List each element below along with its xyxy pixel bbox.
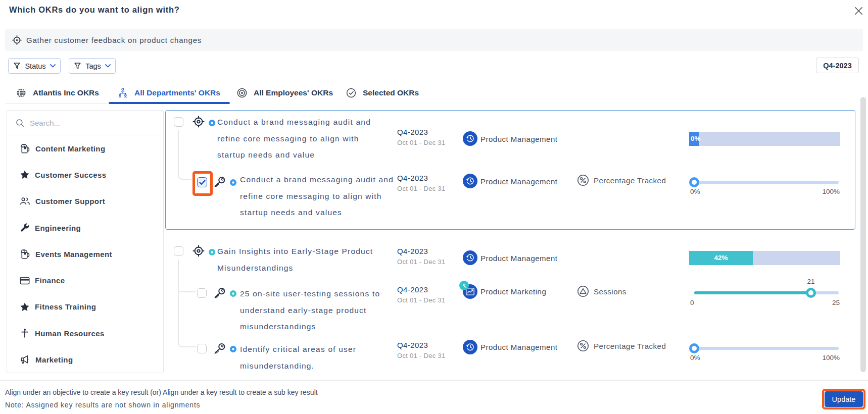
tab-all-departments-okrs[interactable]: All Departments' OKRs [118,86,220,100]
metric-type: Sessions [577,285,626,297]
sidebar-item-label: Marketing [35,355,73,364]
slider-max: 100% [819,354,840,361]
tab-atlantis-inc-okrs[interactable]: Atlantis Inc OKRs [16,86,99,100]
slider-value: 21 [803,278,818,285]
target-icon [12,35,22,45]
sidebar-item-label: Events Management [35,250,112,258]
kr-slider[interactable] [694,181,839,184]
progress-value: 42% [689,251,753,265]
scrollbar-thumb[interactable] [860,97,866,372]
wrench-icon [19,222,30,233]
slider-handle[interactable] [689,177,699,187]
slider-handle[interactable] [689,343,699,353]
status-dot [209,120,215,126]
sidebar-item-customer-support[interactable]: Customer Support [7,188,163,215]
progress-value: 0% [691,132,701,146]
okr-title[interactable]: Conduct a brand messaging audit and refi… [217,114,380,164]
objective-checkbox[interactable] [174,246,183,256]
okr-title[interactable]: Gain Insights into Early-Stage Product M… [217,243,384,276]
crosshair-icon [192,245,205,257]
quarter-filter-button[interactable]: Q4-2023 [816,58,859,73]
star-icon [19,169,30,180]
tab-label: All Departments' OKRs [134,88,220,97]
kr-slider[interactable] [694,291,839,294]
okr-title[interactable]: Identify critical areas of user misunder… [240,341,366,374]
key-result-checkbox[interactable] [197,344,207,353]
tab-all-employees-okrs[interactable]: All Employees' OKRs [237,86,333,100]
history-clock-icon [465,342,475,352]
sidebar-search[interactable]: Search... [7,111,163,135]
sidebar-item-label: Fitness Training [35,302,96,311]
sidebar-item-marketing[interactable]: Marketing [7,346,163,373]
slider-track[interactable] [694,181,839,184]
funnel-icon [74,62,81,70]
tree-connector [178,260,196,347]
slider-min: 0% [690,188,700,195]
key-result-icon [213,342,226,356]
slider-max: 25 [819,299,840,306]
okr-period: Q4-2023 [397,128,428,136]
slider-handle[interactable] [806,288,816,298]
okr-department: Product Management [480,135,557,143]
update-button[interactable]: Update [825,391,863,407]
okr-dates: Oct 01 - Dec 31 [397,185,446,192]
okr-department: Product Management [480,343,557,351]
objective-checkbox[interactable] [174,117,183,127]
history-clock-icon [465,134,475,143]
sidebar-item-content-marketing[interactable]: Content Marketing [7,135,163,162]
status-dot [230,290,236,297]
chart-arrow-icon [463,284,477,299]
sidebar-item-events-management[interactable]: Events Management [7,241,163,267]
status-dot [230,179,236,186]
sidebar-item-label: Content Marketing [35,144,105,153]
sidebar-item-engineering[interactable]: Engineering [7,215,163,241]
close-icon[interactable] [854,7,863,15]
okr-period: Q4-2023 [397,285,428,294]
slider-min: 0% [690,354,700,361]
status-dot-icon [230,346,236,352]
tab-label: Selected OKRs [363,88,419,97]
status-dot [230,346,236,352]
status-dot-icon [230,290,236,297]
org-chart-icon [118,88,128,98]
sidebar-item-finance[interactable]: Finance [7,267,163,293]
tab-label: All Employees' OKRs [254,88,333,97]
okr-dates: Oct 01 - Dec 31 [397,258,446,266]
check-icon [199,180,206,185]
okr-period: Q4-2023 [397,247,428,255]
okr-period: Q4-2023 [397,174,428,182]
departments-sidebar: Search... Content Marketing Customer Suc… [7,110,164,373]
footer-divider [0,380,868,381]
history-icon [463,174,477,188]
status-dot [209,249,215,255]
megaphone-icon [19,354,31,366]
kr-slider[interactable] [694,347,839,350]
okr-title[interactable]: Conduct a brand messaging audit and refi… [240,172,403,221]
dialog-title: Which OKRs do you want to align with? [9,5,180,15]
credit-card-icon [19,275,30,286]
key-result-checkbox-checked[interactable] [197,177,207,187]
sidebar-item-fitness-training[interactable]: Fitness Training [7,294,163,320]
tab-bar-divider [5,103,108,104]
footer-hint: Align under an objective to create a key… [5,388,318,396]
active-tab-underline [109,102,230,104]
okr-dates: Oct 01 - Dec 31 [397,139,446,146]
tab-selected-okrs[interactable]: Selected OKRs [346,86,419,100]
slider-track[interactable] [694,347,839,350]
okr-title[interactable]: 25 on-site user-testing sessions to unde… [240,286,393,335]
tags-filter-button[interactable]: Tags [69,58,116,74]
search-icon [16,119,24,127]
slider-track[interactable] [694,291,839,294]
search-placeholder: Search... [30,119,60,127]
up-arrow-icon [461,283,467,289]
key-result-checkbox[interactable] [197,288,207,298]
sidebar-item-human-resources[interactable]: Human Resources [7,320,163,346]
chevron-down-icon [105,64,111,68]
status-filter-button[interactable]: Status [8,58,61,74]
percent-circle-icon [577,340,589,352]
crosshair-icon [192,116,205,128]
sidebar-item-customer-success[interactable]: Customer Success [7,162,163,188]
banner-objective-text: Gather customer feedback on product chan… [26,36,202,44]
objective-icon [192,245,205,257]
metric-type: Percentage Tracked [577,340,666,352]
